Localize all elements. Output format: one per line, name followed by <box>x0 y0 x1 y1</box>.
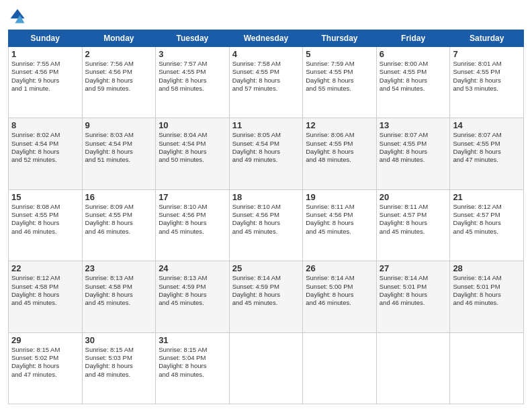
day-cell-5: 5Sunrise: 7:59 AM Sunset: 4:55 PM Daylig… <box>303 47 377 118</box>
day-number: 21 <box>453 192 521 202</box>
page: SundayMondayTuesdayWednesdayThursdayFrid… <box>0 0 532 411</box>
empty-cell <box>229 332 303 404</box>
day-cell-24: 24Sunrise: 8:13 AM Sunset: 4:59 PM Dayli… <box>156 261 230 332</box>
day-info: Sunrise: 8:12 AM Sunset: 4:58 PM Dayligh… <box>11 274 79 307</box>
calendar-table: SundayMondayTuesdayWednesdayThursdayFrid… <box>8 30 524 404</box>
day-number: 18 <box>232 192 300 202</box>
logo <box>8 7 30 26</box>
day-info: Sunrise: 7:58 AM Sunset: 4:55 PM Dayligh… <box>232 60 300 93</box>
day-number: 24 <box>159 263 226 273</box>
day-number: 2 <box>85 49 153 59</box>
weekday-tuesday: Tuesday <box>156 30 230 47</box>
day-info: Sunrise: 8:13 AM Sunset: 4:58 PM Dayligh… <box>85 274 153 307</box>
day-cell-15: 15Sunrise: 8:08 AM Sunset: 4:55 PM Dayli… <box>9 189 83 261</box>
day-number: 10 <box>159 120 226 130</box>
day-info: Sunrise: 8:05 AM Sunset: 4:54 PM Dayligh… <box>232 131 300 164</box>
day-number: 5 <box>306 49 373 59</box>
day-number: 9 <box>85 120 153 130</box>
day-info: Sunrise: 7:57 AM Sunset: 4:55 PM Dayligh… <box>159 60 226 93</box>
day-number: 16 <box>85 192 153 202</box>
day-cell-18: 18Sunrise: 8:10 AM Sunset: 4:56 PM Dayli… <box>229 189 303 261</box>
day-number: 31 <box>159 335 226 345</box>
day-info: Sunrise: 8:06 AM Sunset: 4:55 PM Dayligh… <box>306 131 373 164</box>
day-cell-28: 28Sunrise: 8:14 AM Sunset: 5:01 PM Dayli… <box>450 261 524 332</box>
day-info: Sunrise: 8:07 AM Sunset: 4:55 PM Dayligh… <box>380 131 447 164</box>
day-cell-27: 27Sunrise: 8:14 AM Sunset: 5:01 PM Dayli… <box>376 261 450 332</box>
svg-marker-0 <box>11 9 25 19</box>
day-cell-13: 13Sunrise: 8:07 AM Sunset: 4:55 PM Dayli… <box>376 118 450 189</box>
day-cell-6: 6Sunrise: 8:00 AM Sunset: 4:55 PM Daylig… <box>376 47 450 118</box>
day-info: Sunrise: 7:56 AM Sunset: 4:56 PM Dayligh… <box>85 60 153 93</box>
day-info: Sunrise: 8:10 AM Sunset: 4:56 PM Dayligh… <box>232 203 300 236</box>
day-cell-2: 2Sunrise: 7:56 AM Sunset: 4:56 PM Daylig… <box>82 47 156 118</box>
day-info: Sunrise: 7:59 AM Sunset: 4:55 PM Dayligh… <box>306 60 373 93</box>
day-info: Sunrise: 8:03 AM Sunset: 4:54 PM Dayligh… <box>85 131 153 164</box>
day-number: 7 <box>453 49 521 59</box>
empty-cell <box>376 332 450 404</box>
day-number: 23 <box>85 263 153 273</box>
weekday-thursday: Thursday <box>303 30 377 47</box>
day-info: Sunrise: 8:12 AM Sunset: 4:57 PM Dayligh… <box>453 203 521 236</box>
day-number: 3 <box>159 49 226 59</box>
week-row-3: 15Sunrise: 8:08 AM Sunset: 4:55 PM Dayli… <box>9 189 524 261</box>
week-row-2: 8Sunrise: 8:02 AM Sunset: 4:54 PM Daylig… <box>9 118 524 189</box>
day-info: Sunrise: 8:15 AM Sunset: 5:04 PM Dayligh… <box>159 346 226 379</box>
weekday-wednesday: Wednesday <box>229 30 303 47</box>
day-info: Sunrise: 8:07 AM Sunset: 4:55 PM Dayligh… <box>453 131 521 164</box>
day-number: 4 <box>232 49 300 59</box>
day-cell-8: 8Sunrise: 8:02 AM Sunset: 4:54 PM Daylig… <box>9 118 83 189</box>
weekday-friday: Friday <box>376 30 450 47</box>
day-info: Sunrise: 8:14 AM Sunset: 5:01 PM Dayligh… <box>453 274 521 307</box>
day-info: Sunrise: 8:08 AM Sunset: 4:55 PM Dayligh… <box>11 203 79 236</box>
day-number: 14 <box>453 120 521 130</box>
day-number: 13 <box>380 120 447 130</box>
empty-cell <box>303 332 377 404</box>
day-number: 26 <box>306 263 373 273</box>
logo-icon <box>8 7 27 26</box>
day-number: 11 <box>232 120 300 130</box>
day-number: 8 <box>11 120 79 130</box>
day-number: 29 <box>11 335 79 345</box>
day-number: 22 <box>11 263 79 273</box>
day-info: Sunrise: 8:14 AM Sunset: 5:00 PM Dayligh… <box>306 274 373 307</box>
day-number: 1 <box>11 49 79 59</box>
day-cell-12: 12Sunrise: 8:06 AM Sunset: 4:55 PM Dayli… <box>303 118 377 189</box>
day-number: 27 <box>380 263 447 273</box>
weekday-header-row: SundayMondayTuesdayWednesdayThursdayFrid… <box>9 30 524 47</box>
day-cell-16: 16Sunrise: 8:09 AM Sunset: 4:55 PM Dayli… <box>82 189 156 261</box>
day-info: Sunrise: 8:09 AM Sunset: 4:55 PM Dayligh… <box>85 203 153 236</box>
week-row-5: 29Sunrise: 8:15 AM Sunset: 5:02 PM Dayli… <box>9 332 524 404</box>
day-info: Sunrise: 8:11 AM Sunset: 4:56 PM Dayligh… <box>306 203 373 236</box>
day-cell-22: 22Sunrise: 8:12 AM Sunset: 4:58 PM Dayli… <box>9 261 83 332</box>
day-cell-4: 4Sunrise: 7:58 AM Sunset: 4:55 PM Daylig… <box>229 47 303 118</box>
day-cell-26: 26Sunrise: 8:14 AM Sunset: 5:00 PM Dayli… <box>303 261 377 332</box>
day-cell-29: 29Sunrise: 8:15 AM Sunset: 5:02 PM Dayli… <box>9 332 83 404</box>
day-cell-20: 20Sunrise: 8:11 AM Sunset: 4:57 PM Dayli… <box>376 189 450 261</box>
day-cell-9: 9Sunrise: 8:03 AM Sunset: 4:54 PM Daylig… <box>82 118 156 189</box>
day-number: 30 <box>85 335 153 345</box>
day-info: Sunrise: 8:10 AM Sunset: 4:56 PM Dayligh… <box>159 203 226 236</box>
day-info: Sunrise: 8:04 AM Sunset: 4:54 PM Dayligh… <box>159 131 226 164</box>
day-info: Sunrise: 8:01 AM Sunset: 4:55 PM Dayligh… <box>453 60 521 93</box>
day-info: Sunrise: 8:15 AM Sunset: 5:03 PM Dayligh… <box>85 346 153 379</box>
day-info: Sunrise: 7:55 AM Sunset: 4:56 PM Dayligh… <box>11 60 79 93</box>
day-cell-19: 19Sunrise: 8:11 AM Sunset: 4:56 PM Dayli… <box>303 189 377 261</box>
day-cell-1: 1Sunrise: 7:55 AM Sunset: 4:56 PM Daylig… <box>9 47 83 118</box>
day-cell-30: 30Sunrise: 8:15 AM Sunset: 5:03 PM Dayli… <box>82 332 156 404</box>
week-row-4: 22Sunrise: 8:12 AM Sunset: 4:58 PM Dayli… <box>9 261 524 332</box>
day-cell-31: 31Sunrise: 8:15 AM Sunset: 5:04 PM Dayli… <box>156 332 230 404</box>
day-number: 15 <box>11 192 79 202</box>
day-info: Sunrise: 8:14 AM Sunset: 4:59 PM Dayligh… <box>232 274 300 307</box>
day-cell-3: 3Sunrise: 7:57 AM Sunset: 4:55 PM Daylig… <box>156 47 230 118</box>
weekday-monday: Monday <box>82 30 156 47</box>
day-number: 19 <box>306 192 373 202</box>
day-cell-10: 10Sunrise: 8:04 AM Sunset: 4:54 PM Dayli… <box>156 118 230 189</box>
day-number: 12 <box>306 120 373 130</box>
day-number: 20 <box>380 192 447 202</box>
week-row-1: 1Sunrise: 7:55 AM Sunset: 4:56 PM Daylig… <box>9 47 524 118</box>
header <box>8 7 524 26</box>
day-info: Sunrise: 8:15 AM Sunset: 5:02 PM Dayligh… <box>11 346 79 379</box>
weekday-saturday: Saturday <box>450 30 524 47</box>
day-number: 25 <box>232 263 300 273</box>
day-info: Sunrise: 8:14 AM Sunset: 5:01 PM Dayligh… <box>380 274 447 307</box>
